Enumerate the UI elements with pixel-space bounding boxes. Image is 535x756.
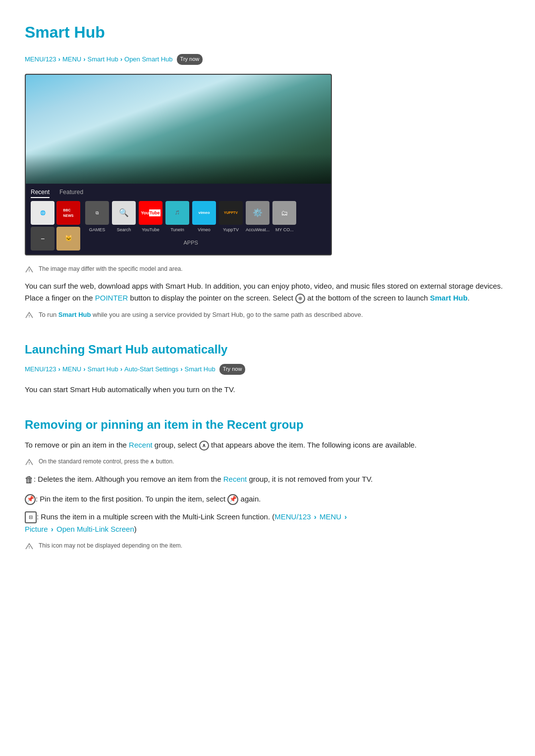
- svg-point-7: [29, 548, 30, 549]
- page-title: Smart Hub: [25, 20, 510, 45]
- desc-multi-open: Open Multi-Link Screen: [56, 525, 134, 533]
- note-icon-4: [25, 542, 34, 551]
- tv-app-tunein[interactable]: 🎵 TuneIn: [165, 201, 189, 233]
- tv-app-youtube[interactable]: YouTube YouTube: [139, 201, 162, 233]
- tv-app-icon-copy: ⧉: [85, 201, 109, 225]
- desc-multi: ⊟: Runs the item in a multiple screen wi…: [25, 511, 510, 535]
- bc2-item2[interactable]: MENU: [62, 364, 81, 375]
- pin-icon: 📌: [25, 494, 36, 505]
- tv-app-icon-folder: 🗂: [272, 201, 296, 225]
- smart-hub-icon-inline: ⊕: [295, 294, 305, 303]
- note2-smart-hub: Smart Hub: [58, 311, 91, 318]
- tv-app-vimeo[interactable]: vimeo Vimeo: [192, 201, 216, 233]
- desc-trash-rest: group, it is not removed from your TV.: [247, 475, 373, 484]
- bc1-sep2: ›: [83, 54, 85, 65]
- para3: To remove or pin an item in the Recent g…: [25, 439, 510, 451]
- bc2-item4[interactable]: Auto-Start Settings: [124, 364, 178, 375]
- tv-app-icon-search: 🔍: [112, 201, 136, 225]
- pin-icon-2: 📌: [227, 494, 238, 505]
- bc1-sep3: ›: [120, 54, 122, 65]
- tv-app-settings[interactable]: ⚙️ AccuWeat...: [246, 201, 269, 233]
- note-icon-1: [25, 265, 34, 274]
- tv-app-icon-bbc: BBCNEWS: [56, 201, 80, 225]
- tv-app-cat[interactable]: 🐱: [56, 227, 80, 251]
- note4-text: This icon may not be displayed depending…: [39, 541, 182, 551]
- desc-trash: 🗑: Deletes the item. Although you remove…: [25, 473, 510, 487]
- tv-app-copy[interactable]: ⧉ GAMES: [85, 201, 109, 233]
- bc2-sep3: ›: [120, 364, 122, 375]
- tv-app-label-youtube: YouTube: [142, 226, 159, 233]
- note-remote-control: On the standard remote control, press th…: [25, 457, 510, 467]
- tv-app-search[interactable]: 🔍 Search: [112, 201, 136, 233]
- tv-app-icon-globe: 🌐: [31, 201, 54, 225]
- note1-text: The image may differ with the specific m…: [39, 264, 183, 274]
- para2: You can start Smart Hub automatically wh…: [25, 384, 510, 396]
- breadcrumb-1: MENU/123 › MENU › Smart Hub › Open Smart…: [25, 54, 510, 65]
- desc-trash-recent: Recent: [223, 475, 247, 484]
- para1-text2: button to display the pointer on the scr…: [128, 294, 295, 302]
- para3-prefix: To remove or pin an item in the: [25, 441, 129, 449]
- tv-tab-featured[interactable]: Featured: [59, 188, 83, 198]
- para1: You can surf the web, download apps with…: [25, 280, 510, 304]
- tv-app-globe[interactable]: 🌐: [31, 201, 54, 225]
- tv-app-label-vimeo: Vimeo: [198, 226, 210, 233]
- note2-prefix: To run: [39, 311, 58, 318]
- desc-multi-sep2: ›: [342, 512, 347, 521]
- tv-app-folder[interactable]: 🗂 MY CO...: [272, 201, 296, 233]
- bc2-item5[interactable]: Smart Hub: [185, 364, 215, 375]
- tv-app-yupptv[interactable]: YUPPTV YuppTV: [219, 201, 243, 233]
- tv-app-bbc[interactable]: BBCNEWS: [56, 201, 80, 225]
- bc1-item4[interactable]: Open Smart Hub: [124, 54, 173, 65]
- tv-screenshot: Recent Featured 🌐 BBCNEWS −: [25, 74, 332, 255]
- bc1-item3[interactable]: Smart Hub: [88, 54, 118, 65]
- para3-rest: group, select: [153, 441, 199, 449]
- bc2-sep1: ›: [58, 364, 60, 375]
- desc-pin-prefix: : Pin the item to the first position. To…: [36, 495, 227, 503]
- tv-app-label-tunein: TuneIn: [170, 226, 184, 233]
- desc-multi-prefix: : Runs the item in a multiple screen wit…: [37, 512, 274, 521]
- desc-trash-prefix: : Deletes the item. Although you remove …: [34, 475, 223, 484]
- tv-app-label-accuweather: AccuWeat...: [246, 226, 269, 233]
- breadcrumb-2: MENU/123 › MENU › Smart Hub › Auto-Start…: [25, 364, 510, 375]
- tv-app-icon-yupptv: YUPPTV: [219, 201, 243, 225]
- svg-point-5: [29, 464, 30, 465]
- tv-tabs: Recent Featured: [31, 188, 326, 198]
- try-now-1[interactable]: Try now: [177, 54, 203, 65]
- note2-full-text: To run Smart Hub while you are using a s…: [39, 310, 363, 320]
- section2-title: Launching Smart Hub automatically: [25, 340, 510, 359]
- note-icon-3: [25, 458, 34, 467]
- trash-icon: 🗑: [25, 473, 34, 487]
- desc-multi-sep1: ›: [312, 512, 319, 521]
- bc1-item2[interactable]: MENU: [62, 54, 81, 65]
- try-now-2[interactable]: Try now: [219, 364, 246, 375]
- note-image-differ: The image may differ with the specific m…: [25, 264, 510, 274]
- desc-pin-rest: again.: [238, 495, 261, 503]
- bc1-sep1: ›: [58, 54, 60, 65]
- tv-app-icon-cat: 🐱: [56, 227, 80, 251]
- para3-rest2: that appears above the item. The followi…: [209, 441, 417, 449]
- bc2-item1[interactable]: MENU/123: [25, 364, 56, 375]
- desc-multi-end: ): [134, 525, 137, 533]
- smart-hub-ref1: Smart Hub: [430, 294, 468, 302]
- tv-apps-section-label: APPS: [184, 240, 198, 246]
- tv-app-icon-minus: −: [31, 227, 54, 251]
- tv-mountain-image: [26, 75, 331, 184]
- multilink-icon: ⊟: [25, 511, 37, 523]
- desc-multi-menu: MENU: [320, 512, 341, 521]
- bc1-item1[interactable]: MENU/123: [25, 54, 56, 65]
- tv-bottom-bar: Recent Featured 🌐 BBCNEWS −: [26, 184, 331, 254]
- note-run-smart-hub: To run Smart Hub while you are using a s…: [25, 310, 510, 320]
- desc-multi-sep3: ›: [49, 525, 55, 533]
- para3-recent: Recent: [129, 441, 153, 449]
- pointer-label: POINTER: [95, 294, 128, 302]
- note3-rest: button.: [154, 458, 174, 465]
- section3-title: Removing or pinning an item in the Recen…: [25, 415, 510, 434]
- bc2-sep2: ›: [83, 364, 85, 375]
- tv-app-label-games: GAMES: [89, 226, 106, 233]
- tv-app-icon-tunein: 🎵: [165, 201, 189, 225]
- desc-pin: 📌: Pin the item to the first position. T…: [25, 493, 510, 505]
- tv-tab-recent[interactable]: Recent: [31, 188, 50, 198]
- tv-app-minus[interactable]: −: [31, 227, 54, 251]
- tv-app-label-search: Search: [117, 226, 131, 233]
- bc2-item3[interactable]: Smart Hub: [88, 364, 118, 375]
